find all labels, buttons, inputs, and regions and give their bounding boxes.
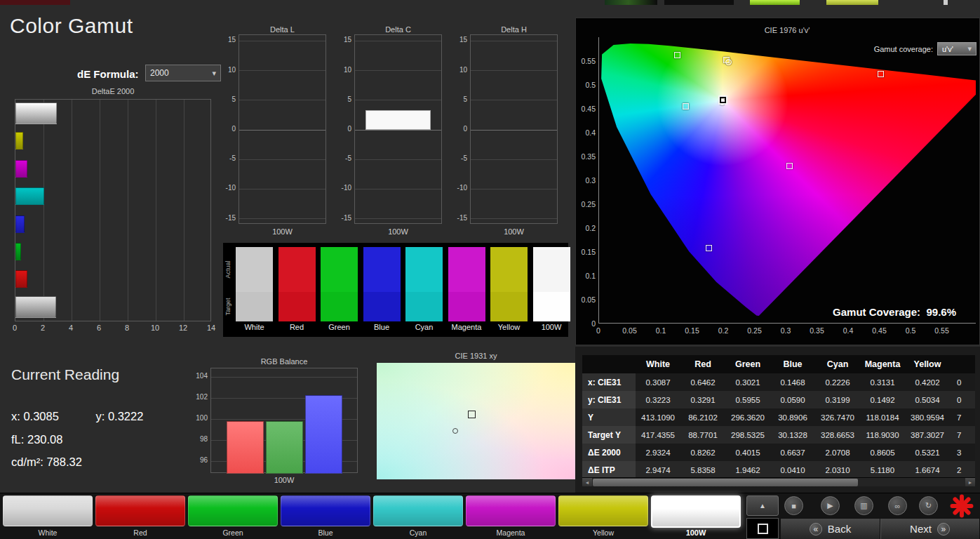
gridline [72,100,72,321]
de-formula-dropdown[interactable]: 2000 ▾ [145,65,221,81]
y-tick-label: -10 [450,184,467,192]
patch-color [466,495,556,526]
test-patch-magenta[interactable]: Magenta [466,495,556,538]
gamut-coverage-readout: Gamut Coverage: 99.6% [833,306,956,318]
chart-title: Delta H [470,25,558,34]
x-tick-label: 0.25 [744,326,765,335]
test-patch-yellow[interactable]: Yellow [558,495,648,538]
test-patch-blue[interactable]: Blue [281,495,370,538]
target-swatch [321,292,358,321]
top-edge-fragments [0,0,980,5]
patch-color [3,495,93,526]
chart-title: Delta L [239,25,326,34]
table-cell: 0.5955 [725,391,770,408]
asterisk-icon [950,494,974,518]
table-cell: 417.4355 [636,426,680,444]
patch-label: White [3,528,93,537]
patch-color [651,495,741,528]
y-tick-label: 0.45 [576,105,596,113]
gamut-coverage-caption: Gamut Coverage: [833,306,920,318]
actual-vs-target-swatches: Actual Target WhiteRedGreenBlueCyanMagen… [223,243,568,337]
target-swatch [236,292,273,321]
table-cell: 0.3131 [860,373,905,391]
page-title: Color Gamut [10,14,133,38]
x-tick-label: 10 [147,324,163,332]
table-cell: 118.0184 [860,408,905,426]
next-button[interactable]: Next » [880,519,979,539]
test-patch-100w[interactable]: 100W [651,495,741,538]
patch-label: Red [95,528,185,537]
scrollbar-thumb[interactable] [593,479,858,486]
back-label: Back [828,523,851,535]
gridline [239,218,325,219]
gridline [471,159,557,160]
y-tick-label: 0.55 [576,57,596,65]
test-patch-green[interactable]: Green [188,495,278,538]
navigation-bar: « Back Next » [780,518,980,539]
x-tick-label: 0.3 [775,326,796,335]
swatch-label: Green [318,323,361,331]
pattern-window-button[interactable] [746,518,779,539]
rgb-balance-title: RGB Balance [210,357,358,366]
actual-swatch [236,247,273,292]
horizontal-scrollbar[interactable]: ◄ ► [582,477,975,486]
test-patch-red[interactable]: Red [95,495,185,538]
stop-button[interactable]: ■ [784,496,803,515]
y-tick-label: -10 [219,184,236,192]
scroll-left-arrow[interactable]: ◄ [582,478,592,486]
x-tick-label: 14 [203,324,220,332]
test-patch-white[interactable]: White [3,495,93,538]
y-tick-label: 0 [219,125,236,133]
table-cell: 326.7470 [815,408,860,426]
actual-swatch [448,247,485,292]
expand-button[interactable]: ▲ [746,495,779,516]
y-tick-label: 15 [450,36,467,44]
top-edge-fragment [0,0,70,5]
table-cell: 0.6462 [680,373,725,391]
back-button[interactable]: « Back [781,519,880,539]
patch-label: Green [188,528,278,537]
target-swatch [533,292,570,321]
y-tick-label: 0.5 [576,81,596,89]
deltae-bar-red [15,270,27,288]
reading-cd-value: 788.32 [46,455,81,468]
gamut-coverage-value: 99.6% [926,306,956,318]
column-header: Yellow [905,355,950,373]
table-cell-clipped: 0 [950,391,975,408]
x-tick-label: 0.35 [807,326,828,335]
patch-label: Cyan [373,528,463,537]
link-button[interactable]: ∞ [888,496,907,515]
row-label: ΔE ITP [582,461,636,479]
swatch-label: White [233,323,276,331]
target-swatch [278,292,316,321]
swatch-label: Yellow [488,323,530,331]
cie-1931-title: CIE 1931 xy [377,352,575,360]
x-tick-label: 2 [34,324,51,332]
gridline [355,218,441,219]
next-label: Next [910,523,932,535]
reading-x-value: 0.3085 [23,410,58,422]
deltae-bar-magenta [15,160,27,178]
test-patch-cyan[interactable]: Cyan [373,495,463,538]
deltae-bar-chart [15,99,211,321]
gridline [355,100,441,100]
plot-area [354,34,442,224]
table-cell: 0.4202 [905,373,950,391]
save-button[interactable]: ▥ [854,496,873,515]
target-swatch [490,292,528,321]
gridline [239,130,325,131]
target-marker-green [674,52,680,58]
gridline [355,41,441,41]
y-tick-label: 0 [450,125,467,133]
y-tick-label: 102 [188,393,208,401]
rgb-bar-green [266,421,303,474]
table-cell: 30.1328 [770,426,815,444]
marker-white-square [468,411,476,418]
play-button[interactable]: ▶ [821,496,840,515]
refresh-button[interactable]: ↻ [919,496,938,515]
y-tick-label: -10 [335,184,351,192]
scroll-right-arrow[interactable]: ► [965,478,975,486]
table-cell: 1.9462 [725,461,770,479]
row-label: Y [582,408,636,426]
target-marker-blue [706,245,712,251]
